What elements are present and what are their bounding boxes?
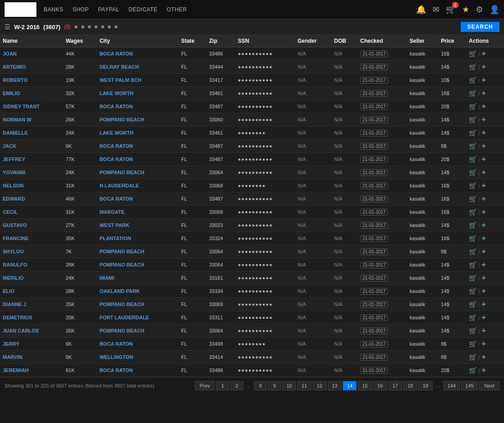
cell-seller[interactable]: kasatik [407, 87, 438, 100]
cell-seller[interactable]: kasatik [407, 140, 438, 153]
add-icon[interactable]: + [482, 181, 486, 190]
page-17[interactable]: 17 [388, 381, 402, 390]
cell-name[interactable]: RANULFO [0, 258, 63, 272]
page-14[interactable]: 14 [343, 381, 356, 390]
add-icon[interactable]: + [482, 63, 486, 71]
cell-name[interactable]: SHYLOU [0, 245, 63, 258]
add-to-cart-icon[interactable]: 🛒 [469, 301, 477, 308]
hamburger-icon[interactable]: ☰ [5, 23, 10, 30]
add-icon[interactable]: + [482, 247, 486, 256]
settings-icon[interactable]: ⚙ [476, 5, 483, 15]
cell-city[interactable]: POMPANO BEACH [97, 166, 178, 179]
add-icon[interactable]: + [482, 287, 486, 295]
cell-city[interactable]: POMPANO BEACH [97, 245, 178, 258]
cell-name[interactable]: ROBERTO [0, 74, 63, 87]
cell-seller[interactable]: kasatik [407, 285, 438, 298]
cell-seller[interactable]: kasatik [407, 311, 438, 324]
cell-seller[interactable]: kasatik [407, 232, 438, 245]
add-to-cart-icon[interactable]: 🛒 [469, 235, 477, 242]
page-8[interactable]: 8 [254, 381, 267, 390]
cell-city[interactable]: WELLINGTON [97, 351, 178, 364]
cell-seller[interactable]: kasatik [407, 153, 438, 166]
cell-city[interactable]: WEST PALM BCH [97, 74, 178, 87]
nav-dedicate[interactable]: Dedicate [128, 6, 158, 13]
next-button[interactable]: Next [479, 381, 499, 390]
add-icon[interactable]: + [482, 327, 486, 335]
cell-city[interactable]: POMPANO BEACH [97, 113, 178, 126]
add-to-cart-icon[interactable]: 🛒 [469, 90, 477, 97]
add-icon[interactable]: + [482, 102, 486, 111]
cell-name[interactable]: EDWARD [0, 192, 63, 206]
cell-seller[interactable]: kasatik [407, 100, 438, 113]
page-18[interactable]: 18 [403, 381, 417, 390]
cell-name[interactable]: MARVIN [0, 351, 63, 364]
cell-city[interactable]: MIAMI [97, 272, 178, 285]
prev-button[interactable]: Prev [195, 381, 215, 390]
add-icon[interactable]: + [482, 76, 486, 84]
add-to-cart-icon[interactable]: 🛒 [469, 116, 477, 123]
nav-other[interactable]: Other [167, 6, 187, 13]
cell-city[interactable]: OAKLAND PARK [97, 285, 178, 298]
cell-seller[interactable]: kasatik [407, 337, 438, 351]
cell-seller[interactable]: kasatik [407, 60, 438, 74]
cell-name[interactable]: YOVANNI [0, 166, 63, 179]
cell-seller[interactable]: kasatik [407, 364, 438, 377]
cell-seller[interactable]: kasatik [407, 192, 438, 206]
add-to-cart-icon[interactable]: 🛒 [469, 76, 477, 84]
add-to-cart-icon[interactable]: 🛒 [469, 63, 477, 70]
add-to-cart-icon[interactable]: 🛒 [469, 103, 477, 110]
cell-seller[interactable]: kasatik [407, 298, 438, 311]
add-to-cart-icon[interactable]: 🛒 [469, 50, 477, 57]
add-to-cart-icon[interactable]: 🛒 [469, 156, 477, 163]
add-icon[interactable]: + [482, 89, 486, 97]
col-checked[interactable]: Checked [357, 35, 407, 47]
nav-banks[interactable]: Banks [44, 6, 63, 13]
cell-name[interactable]: ELIO [0, 285, 63, 298]
cell-seller[interactable]: kasatik [407, 47, 438, 60]
cell-name[interactable]: DIANNE J [0, 298, 63, 311]
message-icon[interactable]: ✉ [433, 5, 439, 15]
add-to-cart-icon[interactable]: 🛒 [469, 274, 477, 282]
cell-seller[interactable]: kasatik [407, 219, 438, 232]
cell-city[interactable]: LAKE WORTH [97, 126, 178, 140]
col-wages[interactable]: Wages [63, 35, 97, 47]
col-name[interactable]: Name [0, 35, 63, 47]
add-to-cart-icon[interactable]: 🛒 [469, 314, 477, 321]
cell-seller[interactable]: kasatik [407, 179, 438, 192]
cell-seller[interactable]: kasatik [407, 258, 438, 272]
cell-city[interactable]: BOCA RATON [97, 364, 178, 377]
col-price[interactable]: Price [438, 35, 466, 47]
add-to-cart-icon[interactable]: 🛒 [469, 248, 477, 255]
cell-name[interactable]: NELSON [0, 179, 63, 192]
add-to-cart-icon[interactable]: 🛒 [469, 182, 477, 189]
add-icon[interactable]: + [482, 142, 486, 150]
cell-city[interactable]: BOCA RATON [97, 153, 178, 166]
add-icon[interactable]: + [482, 300, 486, 308]
add-icon[interactable]: + [482, 50, 486, 58]
add-to-cart-icon[interactable]: 🛒 [469, 129, 477, 136]
cell-name[interactable]: MERILIO [0, 272, 63, 285]
add-to-cart-icon[interactable]: 🛒 [469, 367, 477, 374]
add-icon[interactable]: + [482, 353, 486, 361]
page-10[interactable]: 10 [282, 381, 296, 390]
page-1[interactable]: 1 [216, 381, 229, 390]
add-to-cart-icon[interactable]: 🛒 [469, 327, 477, 334]
col-ssn[interactable]: SSN [235, 35, 295, 47]
col-seller[interactable]: Seller [407, 35, 438, 47]
add-icon[interactable]: + [482, 155, 486, 163]
add-to-cart-icon[interactable]: 🛒 [469, 142, 477, 150]
cell-city[interactable]: BOCA RATON [97, 140, 178, 153]
cell-name[interactable]: GUSTAVO [0, 219, 63, 232]
cell-name[interactable]: JUAN CARLOS [0, 324, 63, 337]
cell-city[interactable]: BOCA RATON [97, 192, 178, 206]
add-to-cart-icon[interactable]: 🛒 [469, 169, 477, 176]
cell-seller[interactable]: kasatik [407, 245, 438, 258]
cell-seller[interactable]: kasatik [407, 166, 438, 179]
col-dob[interactable]: DOB [331, 35, 357, 47]
page-12[interactable]: 12 [313, 381, 326, 390]
cell-seller[interactable]: kasatik [407, 126, 438, 140]
add-icon[interactable]: + [482, 116, 486, 124]
add-icon[interactable]: + [482, 129, 486, 137]
cell-seller[interactable]: kasatik [407, 324, 438, 337]
cell-city[interactable]: POMPANO BEACH [97, 258, 178, 272]
